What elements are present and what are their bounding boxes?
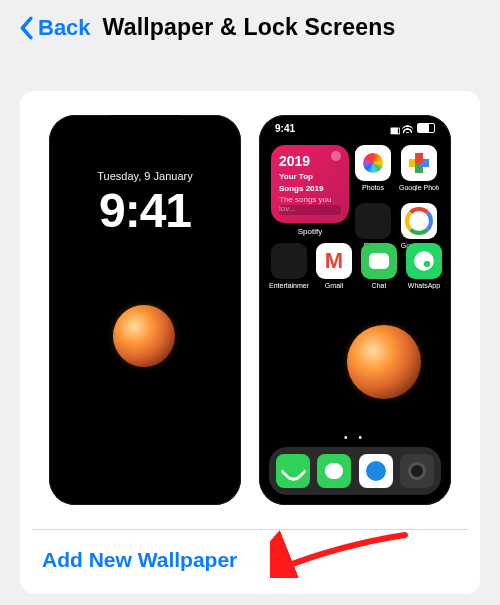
back-button[interactable]: Back bbox=[18, 15, 91, 41]
back-label: Back bbox=[38, 15, 91, 41]
moon-wallpaper-icon bbox=[347, 325, 421, 399]
gmail-icon bbox=[316, 243, 352, 279]
cellular-icon bbox=[390, 124, 398, 135]
safari-icon bbox=[359, 454, 393, 488]
app-grid-top: Photos Google Photos Social Google Pay bbox=[355, 145, 441, 249]
chat-icon bbox=[361, 243, 397, 279]
camera-icon bbox=[400, 454, 434, 488]
google-photos-icon bbox=[401, 145, 437, 181]
battery-icon bbox=[417, 123, 435, 135]
wallpaper-card: Tuesday, 9 January 9:41 9:41 2019 Your T… bbox=[20, 91, 480, 594]
wallpaper-previews: Tuesday, 9 January 9:41 9:41 2019 Your T… bbox=[38, 115, 462, 505]
status-time: 9:41 bbox=[275, 123, 295, 135]
spotify-logo-icon bbox=[331, 151, 341, 161]
widget-line1: Your Top bbox=[279, 172, 341, 181]
lock-screen-preview[interactable]: Tuesday, 9 January 9:41 bbox=[49, 115, 241, 505]
divider bbox=[32, 529, 468, 530]
google-pay-icon bbox=[401, 203, 437, 239]
spotify-widget: 2019 Your Top Songs 2019 The songs you l… bbox=[271, 145, 349, 223]
app-google-photos: Google Photos bbox=[401, 145, 437, 191]
dock bbox=[269, 447, 441, 495]
app-photos: Photos bbox=[355, 145, 391, 191]
home-screen-preview[interactable]: 9:41 2019 Your Top Songs 2019 The songs … bbox=[259, 115, 451, 505]
photos-icon bbox=[355, 145, 391, 181]
widget-label: Spotify bbox=[271, 227, 349, 236]
app-entertainment-folder: Entertainment bbox=[271, 243, 307, 289]
page-indicator: • • bbox=[259, 432, 451, 443]
chevron-left-icon bbox=[18, 16, 34, 40]
status-bar: 9:41 bbox=[275, 123, 435, 135]
app-chat: Chat bbox=[361, 243, 397, 289]
entertainment-folder-icon bbox=[271, 243, 307, 279]
lock-date: Tuesday, 9 January bbox=[49, 170, 241, 182]
page-title: Wallpaper & Lock Screens bbox=[103, 14, 396, 41]
app-gmail: Gmail bbox=[316, 243, 352, 289]
wifi-icon bbox=[402, 124, 413, 135]
lock-time: 9:41 bbox=[49, 183, 241, 238]
social-folder-icon bbox=[355, 203, 391, 239]
moon-wallpaper-icon bbox=[113, 305, 175, 367]
add-new-wallpaper-button[interactable]: Add New Wallpaper bbox=[38, 544, 462, 576]
settings-header: Back Wallpaper & Lock Screens bbox=[0, 0, 500, 61]
app-grid-bottom: Entertainment Gmail Chat WhatsApp bbox=[271, 243, 443, 289]
whatsapp-icon bbox=[406, 243, 442, 279]
widget-bar bbox=[279, 205, 341, 215]
phone-icon bbox=[276, 454, 310, 488]
app-whatsapp: WhatsApp bbox=[406, 243, 442, 289]
widget-line2: Songs 2019 bbox=[279, 184, 341, 193]
messages-icon bbox=[317, 454, 351, 488]
